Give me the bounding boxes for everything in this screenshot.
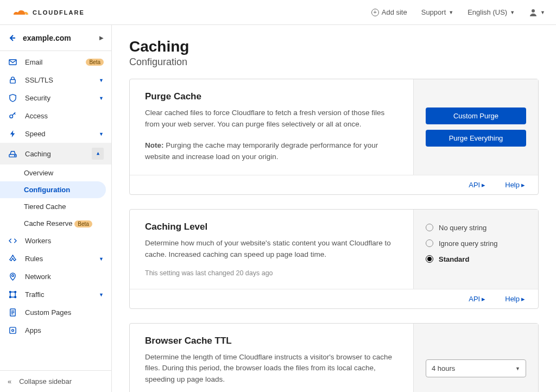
sidebar-subitem-overview[interactable]: Overview bbox=[0, 165, 111, 181]
shield-icon bbox=[8, 94, 17, 102]
card-desc: Determine the length of time Cloudflare … bbox=[145, 352, 398, 386]
sidebar-item-workers[interactable]: Workers bbox=[0, 232, 111, 250]
pin-icon bbox=[8, 273, 17, 281]
site-name: example.com bbox=[23, 34, 93, 42]
sidebar-item-traffic[interactable]: Traffic ▼ bbox=[0, 286, 111, 304]
card-note: Note: Purging the cache may temporarily … bbox=[145, 140, 398, 163]
caret-down-icon: ▼ bbox=[99, 96, 104, 101]
page-title: Caching bbox=[129, 38, 539, 55]
note-label: Note: bbox=[145, 141, 164, 149]
ttl-value: 4 hours bbox=[432, 364, 455, 372]
sidebar-item-speed[interactable]: Speed ▼ bbox=[0, 125, 111, 143]
caret-down-icon: ▼ bbox=[515, 366, 520, 371]
cloud-icon bbox=[11, 8, 29, 17]
user-icon bbox=[529, 8, 538, 17]
nav-label: Custom Pages bbox=[25, 308, 104, 317]
nav-label: Traffic bbox=[25, 290, 91, 299]
caret-down-icon: ▼ bbox=[99, 78, 104, 83]
key-icon bbox=[8, 112, 17, 120]
code-icon bbox=[8, 237, 17, 245]
mail-icon bbox=[8, 58, 17, 66]
subitem-label: Cache Reserve bbox=[24, 219, 73, 227]
net-icon bbox=[8, 290, 17, 299]
grid-icon bbox=[8, 326, 17, 334]
caching-level-radio-no-query-string[interactable]: No query string bbox=[426, 224, 526, 232]
svg-point-13 bbox=[11, 330, 14, 332]
collapse-sidebar-button[interactable]: « Collapse sidebar bbox=[0, 370, 111, 392]
nav-label: Speed bbox=[25, 130, 91, 138]
card-caching-level: Caching Level Determine how much of your… bbox=[129, 209, 539, 309]
nav-label: Access bbox=[25, 112, 104, 120]
card-desc: Clear cached files to force Cloudflare t… bbox=[145, 108, 398, 130]
custom-purge-button[interactable]: Custom Purge bbox=[426, 108, 526, 124]
topbar: CLOUDFLARE + Add site Support ▼ English … bbox=[0, 0, 556, 25]
svg-point-0 bbox=[532, 9, 535, 12]
nav-label: Apps bbox=[25, 326, 104, 334]
radio-icon bbox=[426, 255, 433, 263]
chevrons-left-icon: « bbox=[8, 377, 11, 385]
svg-rect-1 bbox=[9, 60, 16, 65]
ttl-select[interactable]: 4 hours ▼ bbox=[426, 359, 526, 377]
purge-everything-button[interactable]: Purge Everything bbox=[426, 130, 526, 147]
radio-icon bbox=[426, 239, 433, 247]
sidebar-item-network[interactable]: Network bbox=[0, 268, 111, 286]
caret-down-icon: ▼ bbox=[448, 10, 453, 15]
beta-badge: Beta bbox=[74, 220, 92, 227]
account-menu[interactable]: ▼ bbox=[529, 8, 545, 17]
card-purge-cache: Purge Cache Clear cached files to force … bbox=[129, 79, 539, 195]
radio-icon bbox=[426, 224, 433, 231]
card-title: Browser Cache TTL bbox=[145, 336, 398, 346]
caching-level-radio-standard[interactable]: Standard bbox=[426, 255, 526, 263]
sidebar-item-access[interactable]: Access bbox=[0, 107, 111, 125]
sidebar-subitem-cache-reserve[interactable]: Cache Reserve Beta bbox=[0, 215, 111, 232]
nav-label: Workers bbox=[25, 237, 104, 245]
funnel-icon bbox=[8, 255, 17, 263]
sidebar-subitem-tiered-cache[interactable]: Tiered Cache bbox=[0, 198, 111, 215]
card-meta: This setting was last changed 20 days ag… bbox=[145, 269, 398, 277]
chevron-right-icon: ▶ bbox=[99, 35, 104, 41]
sidebar-item-caching[interactable]: Caching ▼ bbox=[0, 143, 111, 165]
note-body: Purging the cache may temporarily degrad… bbox=[145, 141, 378, 161]
svg-rect-2 bbox=[10, 80, 15, 84]
back-arrow-icon[interactable] bbox=[8, 34, 16, 42]
sidebar: example.com ▶ Email Beta SSL/TLS ▼ Secur… bbox=[0, 25, 112, 392]
radio-label: Ignore query string bbox=[439, 239, 497, 248]
language-label: English (US) bbox=[467, 8, 507, 16]
nav-label: Security bbox=[25, 94, 91, 102]
sidebar-item-security[interactable]: Security ▼ bbox=[0, 89, 111, 107]
radio-label: Standard bbox=[439, 255, 469, 263]
help-link[interactable]: Help▸ bbox=[505, 295, 525, 303]
api-link[interactable]: API▸ bbox=[469, 295, 485, 303]
card-browser-cache-ttl: Browser Cache TTL Determine the length o… bbox=[129, 323, 539, 392]
sidebar-subitem-configuration[interactable]: Configuration bbox=[0, 181, 106, 198]
brand-logo[interactable]: CLOUDFLARE bbox=[11, 8, 85, 17]
svg-point-5 bbox=[14, 155, 15, 156]
card-desc: Determine how much of your website's sta… bbox=[145, 238, 398, 261]
subitem-label: Configuration bbox=[24, 186, 70, 194]
caret-down-icon: ▼ bbox=[99, 131, 104, 137]
sidebar-item-ssl-tls[interactable]: SSL/TLS ▼ bbox=[0, 71, 111, 89]
caret-down-icon: ▼ bbox=[99, 292, 104, 298]
api-link[interactable]: API▸ bbox=[469, 181, 485, 189]
sidebar-item-email[interactable]: Email Beta bbox=[0, 53, 111, 71]
add-site-button[interactable]: + Add site bbox=[371, 8, 407, 16]
caret-down-icon: ▼ bbox=[540, 10, 545, 15]
site-selector[interactable]: example.com ▶ bbox=[0, 25, 111, 51]
support-menu[interactable]: Support ▼ bbox=[421, 8, 453, 16]
nav-label: Rules bbox=[25, 255, 91, 263]
caret-down-icon: ▼ bbox=[510, 10, 515, 15]
drive-icon bbox=[8, 150, 17, 158]
card-title: Caching Level bbox=[145, 222, 398, 232]
chevron-right-icon: ▸ bbox=[482, 181, 485, 189]
language-menu[interactable]: English (US) ▼ bbox=[467, 8, 515, 16]
sidebar-item-rules[interactable]: Rules ▼ bbox=[0, 250, 111, 268]
chevron-right-icon: ▸ bbox=[521, 295, 525, 303]
lock-icon bbox=[8, 76, 17, 84]
sidebar-item-apps[interactable]: Apps bbox=[0, 321, 111, 339]
nav-label: SSL/TLS bbox=[25, 76, 91, 84]
radio-label: No query string bbox=[439, 224, 486, 232]
help-link[interactable]: Help▸ bbox=[505, 181, 525, 189]
nav-label: Email bbox=[25, 58, 78, 66]
sidebar-item-custom-pages[interactable]: Custom Pages bbox=[0, 304, 111, 321]
caching-level-radio-ignore-query-string[interactable]: Ignore query string bbox=[426, 239, 526, 248]
